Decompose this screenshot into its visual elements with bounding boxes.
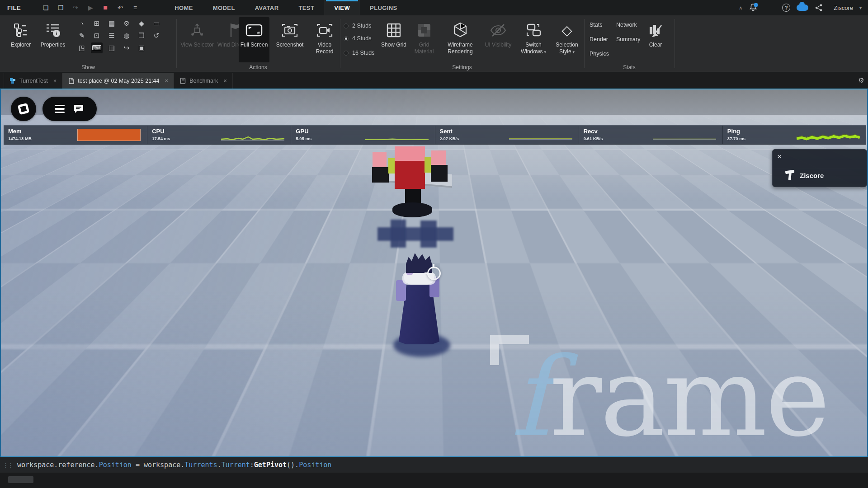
output-window-icon[interactable]: ⊞ — [91, 18, 103, 29]
status-strip — [0, 473, 868, 488]
performance-stats-bar: Mem 1474.13 MB CPU 17.54 ms GPU 5.95 ms … — [4, 125, 866, 145]
close-tab-icon[interactable]: × — [165, 77, 169, 84]
view-selector-button[interactable]: View Selector — [179, 17, 215, 62]
performance-icon[interactable]: ▤ — [106, 18, 118, 29]
turret-black-block-right[interactable] — [431, 165, 448, 182]
doc-tab-turrenttest[interactable]: TurrentTest × — [4, 73, 62, 89]
doc-tab-label: test place @ 02 May 2025 21:44 — [78, 78, 159, 84]
settings-group-label: Settings — [340, 64, 584, 70]
screenshot-label: Screenshot — [276, 42, 304, 48]
network-link[interactable]: Network — [616, 22, 637, 28]
clear-stats-button[interactable]: Clear — [644, 17, 667, 62]
chat-icon[interactable] — [73, 103, 85, 114]
notifications-bell-icon[interactable] — [749, 3, 758, 12]
studs-4-radio[interactable]: 4 Studs — [344, 35, 371, 42]
doc-tab-test-place[interactable]: test place @ 02 May 2025 21:44 × — [62, 73, 174, 89]
tags-icon[interactable]: ◆ — [136, 18, 147, 29]
wireframe-rendering-button[interactable]: Wireframe Rendering — [441, 17, 479, 62]
screen-icon[interactable]: ▭ — [151, 18, 162, 29]
user-menu-caret-icon[interactable]: ▾ — [859, 5, 862, 10]
clear-stats-icon — [648, 21, 663, 40]
turret-pink-block-right[interactable] — [431, 150, 446, 166]
grid-material-button[interactable]: Grid Material — [410, 17, 439, 62]
tab-view[interactable]: VIEW — [324, 0, 360, 15]
device-screen-icon[interactable]: ▣ — [136, 42, 147, 53]
drag-grip-icon[interactable]: ⋮⋮ — [0, 462, 17, 469]
switch-windows-icon — [525, 21, 542, 40]
user-account-button[interactable]: Ziscore — [834, 5, 853, 11]
show-group-label: Show — [0, 64, 176, 70]
stats-link[interactable]: Stats — [590, 22, 603, 28]
turret-pink-block-left[interactable] — [373, 152, 387, 168]
video-record-icon — [316, 21, 334, 40]
grid-material-icon — [416, 21, 432, 40]
roblox-menu-button[interactable] — [11, 97, 36, 121]
redo-icon[interactable]: ↷ — [70, 2, 81, 13]
video-record-button[interactable]: Video Record — [309, 17, 340, 62]
game-topbar-pill[interactable] — [42, 97, 97, 121]
history-icon[interactable]: ↺ — [151, 30, 162, 41]
stat-label: CPU — [152, 128, 164, 135]
share-icon[interactable] — [815, 4, 823, 12]
help-icon[interactable]: ? — [782, 4, 790, 12]
tab-settings-gear-icon[interactable]: ⚙ — [859, 76, 864, 84]
cpu-graph — [221, 128, 284, 142]
character-arm-left[interactable] — [396, 280, 406, 301]
properties-label: Properties — [41, 42, 66, 48]
tab-plugins[interactable]: PLUGINS — [360, 0, 407, 15]
collapse-ribbon-icon[interactable]: ∧ — [739, 5, 742, 11]
stat-value: 5.95 ms — [296, 136, 311, 141]
ui-visibility-button[interactable]: UI Visibility — [481, 17, 515, 62]
studs-2-radio[interactable]: 2 Studs — [344, 23, 371, 29]
script-editor-icon[interactable]: ✎ — [76, 30, 88, 41]
explorer-button[interactable]: Explorer — [6, 17, 35, 62]
tab-avatar[interactable]: AVATAR — [245, 0, 289, 15]
physics-link[interactable]: Physics — [590, 51, 609, 57]
turret-base[interactable] — [392, 202, 432, 217]
turret-black-block-left[interactable] — [372, 167, 389, 183]
command-bar-icon[interactable]: ⌨ — [91, 42, 103, 53]
show-grid-button[interactable]: Show Grid — [380, 17, 408, 62]
command-bar-input[interactable]: workspace.reference.Position = workspace… — [17, 461, 331, 469]
switch-windows-button[interactable]: Switch Windows▾ — [517, 17, 550, 62]
tab-model[interactable]: MODEL — [203, 0, 245, 15]
undo-icon[interactable]: ↶ — [114, 2, 126, 13]
open-from-file-icon[interactable]: ❐ — [55, 2, 66, 13]
bar-chart-icon[interactable]: ▥ — [106, 42, 118, 53]
grid-material-label: Grid Material — [410, 42, 439, 55]
settings-gear-icon[interactable]: ⚙ — [121, 18, 132, 29]
breakpoints-icon[interactable]: ↪ — [121, 42, 132, 53]
task-list-icon[interactable]: ☰ — [106, 30, 118, 41]
game-viewport[interactable]: Mem 1474.13 MB CPU 17.54 ms GPU 5.95 ms … — [0, 89, 868, 457]
close-icon[interactable]: × — [777, 152, 782, 161]
file-menu-button[interactable]: FILE — [0, 5, 27, 11]
close-tab-icon[interactable]: × — [53, 77, 57, 84]
summary-link[interactable]: Summary — [616, 36, 640, 42]
new-file-icon[interactable]: ❏ — [40, 2, 52, 13]
close-tab-icon[interactable]: × — [223, 77, 227, 84]
command-bar[interactable]: ⋮⋮ workspace.reference.Position = worksp… — [0, 457, 868, 473]
stat-value: 2.07 KB/s — [440, 136, 459, 141]
selection-style-button[interactable]: ◇ Selection Style▾ — [552, 17, 582, 62]
windows-stack-icon[interactable]: ❐ — [136, 30, 147, 41]
radio-icon — [344, 23, 349, 28]
screenshot-button[interactable]: Screenshot — [272, 17, 307, 62]
doc-tab-benchmark[interactable]: Benchmark × — [174, 73, 233, 89]
play-icon[interactable]: ▶ — [85, 2, 96, 13]
tab-home[interactable]: HOME — [165, 0, 203, 15]
terminal-stats-icon[interactable]: ⊡ — [91, 30, 103, 41]
stat-panel-mem: Mem 1474.13 MB — [4, 126, 147, 144]
hamburger-menu-icon[interactable] — [55, 105, 65, 113]
render-link[interactable]: Render — [590, 36, 608, 42]
object-browser-icon[interactable]: ◍ — [121, 30, 132, 41]
tab-test[interactable]: TEST — [288, 0, 324, 15]
studs-16-radio[interactable]: 16 Studs — [344, 50, 374, 56]
find-all-icon[interactable]: ◳ — [76, 42, 88, 53]
stop-icon[interactable]: ■ — [99, 2, 111, 13]
quick-access-menu-icon[interactable]: ≡ — [129, 2, 141, 13]
asset-manager-icon[interactable]: ◔ — [76, 18, 88, 29]
properties-button[interactable]: i Properties — [36, 17, 70, 62]
cloud-sync-icon[interactable] — [797, 5, 808, 11]
full-screen-button[interactable]: Full Screen — [239, 17, 269, 62]
ziscore-notification[interactable]: × Ziscore — [772, 149, 867, 187]
